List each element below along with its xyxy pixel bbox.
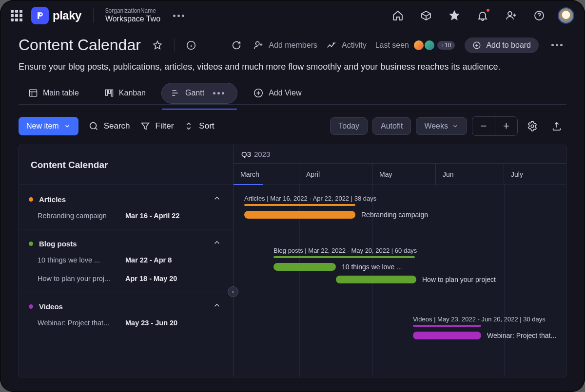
scale-select[interactable]: Weeks <box>416 117 467 135</box>
group-range-bar[interactable] <box>273 256 415 258</box>
collapse-chevron-icon[interactable] <box>213 194 221 205</box>
workspace-name: Workspace Two <box>105 15 160 23</box>
add-view-button[interactable]: Add View <box>243 82 311 104</box>
task-date: May 23 - Jun 20 <box>125 319 177 327</box>
apps-grid-icon[interactable] <box>11 10 22 21</box>
group-color-dot <box>29 304 33 309</box>
more-menu-icon[interactable] <box>169 11 188 21</box>
view-tabs: Main table Kanban Gantt Add View <box>19 82 566 105</box>
month-header[interactable]: April <box>299 164 372 185</box>
search-button[interactable]: Search <box>88 121 130 131</box>
new-item-label: New item <box>26 122 59 131</box>
svg-point-4 <box>256 41 259 45</box>
filter-label: Filter <box>156 121 174 131</box>
svg-point-1 <box>508 12 512 16</box>
help-icon[interactable] <box>529 6 549 25</box>
gantt-panel: Content Calendar Articles Rebranding cam… <box>19 145 566 377</box>
logo-badge-icon <box>31 7 49 24</box>
activity-button[interactable]: Activity <box>326 40 367 51</box>
tab-label: Main table <box>43 89 79 97</box>
task-name: How to plan your proj... <box>38 275 116 282</box>
group-range-bar[interactable] <box>413 325 481 327</box>
task-bar[interactable] <box>244 211 355 219</box>
group-blog-posts: Blog posts 10 things we love ... Mar 22 … <box>19 229 233 292</box>
today-button[interactable]: Today <box>330 117 368 135</box>
task-row[interactable]: Rebranding campaign Mar 16 - April 22 <box>19 206 233 225</box>
workspace-switcher[interactable]: $organizationName Workspace Two <box>105 8 160 23</box>
notification-dot <box>486 8 490 13</box>
invite-user-icon[interactable] <box>501 6 521 25</box>
add-to-board-button[interactable]: Add to board <box>465 37 539 53</box>
package-icon[interactable] <box>416 6 436 25</box>
user-avatar[interactable] <box>558 7 574 24</box>
new-item-button[interactable]: New item <box>19 117 78 135</box>
collapse-chevron-icon[interactable] <box>213 238 221 249</box>
export-icon[interactable] <box>547 116 566 136</box>
board-header: Content Calendar Add members Activity La… <box>0 31 585 105</box>
autofit-label: Autofit <box>381 122 403 131</box>
task-bar[interactable] <box>273 263 336 271</box>
separator <box>93 8 94 23</box>
month-header[interactable]: July <box>504 164 566 185</box>
task-bar[interactable] <box>336 276 416 283</box>
group-title: Videos <box>39 302 63 311</box>
last-seen-label: Last seen <box>375 41 409 50</box>
group-articles: Articles Rebranding campaign Mar 16 - Ap… <box>19 185 233 229</box>
task-row[interactable]: 10 things we love ... Mar 22 - Apr 8 <box>19 251 233 269</box>
refresh-icon[interactable] <box>229 37 244 53</box>
top-bar: plaky $organizationName Workspace Two <box>0 0 585 31</box>
task-bar-label: Webinar: Project that... <box>487 332 556 339</box>
home-icon[interactable] <box>388 6 408 25</box>
zoom-out-button[interactable]: − <box>472 117 495 135</box>
group-range-label: Articles | Mar 16, 2022 - Apr 22, 2022 |… <box>244 195 566 202</box>
star-icon[interactable] <box>445 6 464 25</box>
tab-kanban[interactable]: Kanban <box>95 82 156 104</box>
tab-main-table[interactable]: Main table <box>19 82 89 104</box>
separator <box>174 38 175 52</box>
info-icon[interactable] <box>183 37 199 53</box>
settings-icon[interactable] <box>523 116 542 136</box>
svg-point-11 <box>90 123 96 129</box>
pane-collapse-handle[interactable]: ‹ <box>228 286 238 297</box>
brand-logo[interactable]: plaky <box>31 7 81 24</box>
task-bar[interactable] <box>413 332 481 339</box>
task-row[interactable]: Webinar: Project that... May 23 - Jun 20 <box>19 314 233 332</box>
collapse-chevron-icon[interactable] <box>213 301 221 312</box>
app-window: plaky $organizationName Workspace Two Co… <box>0 0 585 392</box>
svg-rect-6 <box>30 90 37 96</box>
svg-point-0 <box>40 14 42 16</box>
task-row[interactable]: How to plan your proj... Apr 18 - May 20 <box>19 269 233 288</box>
sort-label: Sort <box>199 121 214 131</box>
autofit-button[interactable]: Autofit <box>372 117 411 135</box>
group-title: Blog posts <box>39 240 77 248</box>
sort-button[interactable]: Sort <box>183 121 214 131</box>
filter-button[interactable]: Filter <box>140 121 174 131</box>
group-videos: Videos Webinar: Project that... May 23 -… <box>19 292 233 336</box>
month-header[interactable]: May <box>372 164 436 185</box>
last-seen[interactable]: Last seen +10 <box>375 39 456 51</box>
favorite-star-icon[interactable] <box>150 37 165 53</box>
tab-gantt[interactable]: Gantt <box>161 83 237 104</box>
add-members-button[interactable]: Add members <box>253 40 317 51</box>
today-label: Today <box>338 122 359 131</box>
task-date: Mar 22 - Apr 8 <box>125 256 172 264</box>
bell-icon[interactable] <box>473 6 492 25</box>
add-to-board-label: Add to board <box>486 41 531 50</box>
seen-avatar <box>413 39 425 51</box>
board-description: Ensure your blog posts, publications, ar… <box>19 62 566 72</box>
board-more-icon[interactable] <box>547 40 566 50</box>
month-header[interactable]: Jun <box>436 164 504 185</box>
month-header[interactable]: March <box>234 164 299 185</box>
task-bar-label: Rebranding campaign <box>361 211 428 219</box>
group-range-bar[interactable] <box>244 204 355 206</box>
task-name: 10 things we love ... <box>38 256 116 264</box>
timeline-canvas[interactable]: ‹ Articles | Mar 16, 2022 - Apr 22, 2022… <box>234 185 566 377</box>
seen-avatar <box>424 39 435 51</box>
period-label: Q3 <box>241 150 251 158</box>
zoom-controls: − + <box>472 116 518 136</box>
year-label: 2023 <box>254 150 270 158</box>
scale-label: Weeks <box>424 122 448 131</box>
zoom-in-button[interactable]: + <box>495 117 517 135</box>
add-members-label: Add members <box>269 41 317 50</box>
tab-more-icon[interactable] <box>209 88 228 98</box>
